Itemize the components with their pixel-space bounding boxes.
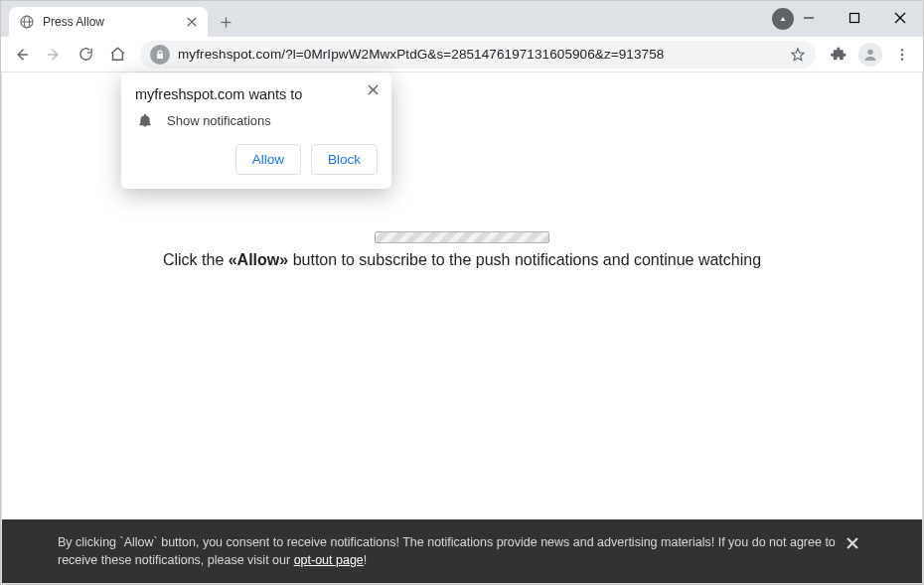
permission-row-text: Show notifications bbox=[167, 113, 271, 128]
svg-point-15 bbox=[901, 49, 903, 51]
avatar-icon bbox=[858, 43, 882, 67]
globe-icon bbox=[19, 14, 35, 30]
consent-bar: By clicking `Allow` button, you consent … bbox=[2, 519, 922, 583]
window-close-button[interactable] bbox=[877, 3, 923, 33]
consent-close-button[interactable] bbox=[843, 533, 862, 553]
permission-allow-button[interactable]: Allow bbox=[235, 144, 301, 175]
profile-avatar-button[interactable] bbox=[855, 40, 885, 70]
permission-title: myfreshspot.com wants to bbox=[135, 86, 378, 102]
nav-reload-button[interactable] bbox=[71, 40, 100, 70]
loading-bar-icon bbox=[375, 231, 549, 243]
browser-window: Press Allow myfreshspot.com/?l=0MrIpwW2M… bbox=[0, 0, 924, 585]
permission-row: Show notifications bbox=[137, 112, 378, 128]
address-bar[interactable]: myfreshspot.com/?l=0MrIpwW2MwxPtdG&s=285… bbox=[140, 41, 816, 69]
page-center-area: Click the «Allow» button to subscribe to… bbox=[2, 231, 922, 269]
svg-rect-1 bbox=[850, 14, 859, 23]
window-maximize-button[interactable] bbox=[832, 3, 877, 33]
browser-tab[interactable]: Press Allow bbox=[9, 7, 208, 37]
page-instruction-text: Click the «Allow» button to subscribe to… bbox=[163, 251, 761, 269]
svg-point-16 bbox=[901, 53, 903, 55]
permission-close-button[interactable] bbox=[364, 80, 382, 98]
nav-forward-button[interactable] bbox=[39, 40, 69, 70]
consent-optout-link[interactable]: opt-out page bbox=[294, 553, 364, 567]
consent-text-after: ! bbox=[364, 553, 367, 567]
msg-bold: «Allow» bbox=[229, 251, 288, 268]
notification-permission-prompt: myfreshspot.com wants to Show notificati… bbox=[121, 73, 391, 189]
page-content: myfreshspot.com wants to Show notificati… bbox=[2, 73, 922, 583]
browser-toolbar: myfreshspot.com/?l=0MrIpwW2MwxPtdG&s=285… bbox=[1, 37, 923, 73]
permission-actions: Allow Block bbox=[135, 144, 378, 175]
bookmark-star-icon[interactable] bbox=[790, 47, 806, 63]
tab-close-button[interactable] bbox=[184, 14, 200, 30]
window-controls bbox=[786, 1, 923, 35]
nav-home-button[interactable] bbox=[102, 40, 132, 70]
svg-point-14 bbox=[867, 49, 872, 54]
tab-title: Press Allow bbox=[43, 15, 176, 29]
nav-back-button[interactable] bbox=[7, 40, 37, 70]
msg-suffix: button to subscribe to the push notifica… bbox=[288, 251, 761, 268]
msg-prefix: Click the bbox=[163, 251, 229, 268]
svg-point-17 bbox=[901, 58, 903, 60]
extensions-button[interactable] bbox=[824, 40, 853, 70]
site-lock-icon[interactable] bbox=[150, 45, 170, 65]
svg-marker-13 bbox=[792, 49, 804, 61]
permission-block-button[interactable]: Block bbox=[311, 144, 378, 175]
new-tab-button[interactable] bbox=[212, 8, 239, 36]
bell-icon bbox=[137, 112, 153, 128]
profile-mode-badge-icon[interactable] bbox=[772, 8, 794, 30]
browser-menu-button[interactable] bbox=[887, 40, 917, 70]
consent-text-before: By clicking `Allow` button, you consent … bbox=[58, 535, 836, 567]
address-bar-url: myfreshspot.com/?l=0MrIpwW2MwxPtdG&s=285… bbox=[178, 47, 664, 62]
